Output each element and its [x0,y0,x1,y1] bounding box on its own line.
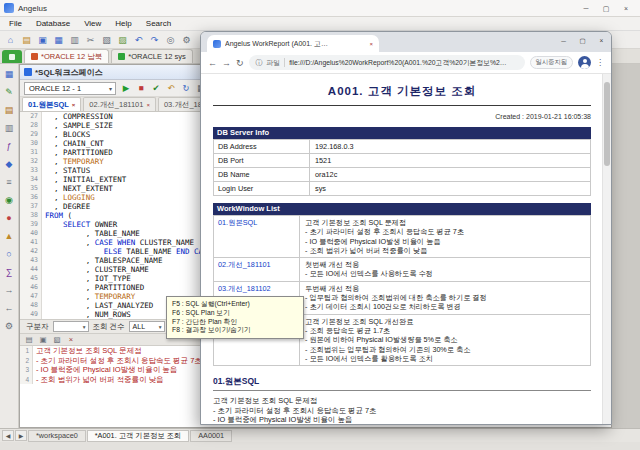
workreport-browser-window: Angelus WorkReport (A001. 고… × ─ ▢ × ← →… [200,31,612,425]
line-number: 29 [20,130,42,139]
sql-code-text: , PARTITIONED [42,283,144,292]
memo-delete-icon[interactable]: × [65,334,77,345]
save-icon[interactable]: ▣ [35,33,50,47]
rowcount-select[interactable]: ALL ▾ [129,321,165,332]
run-sql-icon[interactable]: ▶ [119,82,133,95]
stats-tool-icon[interactable]: ∑ [2,265,16,279]
copy-icon[interactable]: ▧ [99,33,114,47]
menu-item[interactable]: View [77,17,108,31]
refresh-icon[interactable]: ↻ [179,82,193,95]
sync-paused-badge[interactable]: 일시중지됨 [530,56,573,69]
line-number: 2 [20,356,33,366]
favicon [213,40,221,48]
memo-new-icon[interactable]: ▤ [23,334,35,345]
export-tool-icon[interactable]: → [2,283,16,297]
scrollbar-thumb[interactable] [604,82,610,166]
sql-code-text: SELECT OWNER [42,220,117,229]
side-toolbar: ▦✎▤▥ƒ◆≡◉●▲○∑→←⚙ [0,64,19,428]
line-number: 46 [20,283,42,292]
memo-copy-icon[interactable]: ▧ [51,334,63,345]
schema-browser-icon[interactable]: ▦ [2,67,16,81]
search-icon[interactable]: ◎ [163,33,178,47]
procedure-tool-icon[interactable]: ƒ [2,139,16,153]
line-number: 31 [20,148,42,157]
plan-tool-icon[interactable]: ◆ [2,157,16,171]
line-number: 47 [20,292,42,301]
workwindow-link[interactable]: 01.원본SQL [214,216,300,257]
memo-save-icon[interactable]: ▣ [37,334,49,345]
menu-item[interactable]: Search [139,17,178,31]
scrollbar[interactable] [602,74,611,424]
editor-tab[interactable]: 01.원본SQL × [22,97,81,111]
workwindow-description: 두번째 개선 적용 - 업무팀과 협의하여 조회범위에 대한 축소를 하기로 결… [300,282,492,314]
scroll-right-icon[interactable]: ▶ [15,430,27,441]
print-icon[interactable]: ▥ [67,33,82,47]
sql-code-text: , BLOCKS [42,130,90,139]
redo-icon[interactable]: ↷ [147,33,162,47]
editor-tab[interactable]: 02.개선_181101 × [83,97,156,111]
connection-select[interactable]: ORACLE 12 - 1 ▾ [24,82,116,95]
maximize-button[interactable]: ▢ [596,2,616,15]
workspace-tab-bar: ◀ ▶ *workspace0*A001. 고객 기본정보 조회AA0001 [0,428,640,442]
scroll-left-icon[interactable]: ◀ [2,430,14,441]
sql-code-text: , STATUS [42,166,90,175]
import-tool-icon[interactable]: ← [2,301,16,315]
tooltip-line: F8 : 결과창 보이기/숨기기 [172,326,298,335]
trace-tool-icon[interactable]: ≡ [2,175,16,189]
menu-item[interactable]: Help [108,17,138,31]
minimize-button[interactable]: ─ [554,34,573,47]
workwindow-link[interactable]: 02.개선_181101 [214,258,300,281]
close-tab-icon[interactable]: × [72,102,76,108]
scheduler-tool-icon[interactable]: ○ [2,247,16,261]
table-editor-icon[interactable]: ▤ [2,103,16,117]
sql-code-text: , NUM_ROWS [42,310,131,319]
sql-tool-icon[interactable]: ✎ [2,85,16,99]
profile-avatar[interactable] [578,56,591,69]
separator-select[interactable]: ▾ [53,321,89,332]
undo-icon[interactable]: ↶ [131,33,146,47]
close-tab-icon[interactable]: × [369,41,373,47]
menu-item[interactable]: Database [29,17,77,31]
save-all-icon[interactable]: ▦ [51,33,66,47]
close-tab-icon[interactable]: × [146,102,150,108]
maximize-button[interactable]: ▢ [573,34,592,47]
view-tool-icon[interactable]: ▥ [2,121,16,135]
back-icon[interactable]: ← [208,58,217,68]
settings-icon[interactable]: ⚙ [179,33,194,47]
commit-icon[interactable]: ✔ [149,82,163,95]
close-button[interactable]: × [616,2,636,15]
workspace-tab[interactable]: AA0001 [190,430,232,442]
workspace-tab[interactable]: *workspace0 [28,430,86,442]
page-info-icon[interactable]: ⓘ [256,58,263,68]
forward-icon[interactable]: → [222,58,231,68]
url-field[interactable]: ⓘ 파일 file:///D:/Angelus%20WorkReport%20(… [249,55,525,70]
rollback-icon[interactable]: ↶ [164,82,178,95]
browser-tab[interactable]: Angelus WorkReport (A001. 고… × [207,35,379,52]
workspace-tabs: *workspace0*A001. 고객 기본정보 조회AA0001 [28,430,232,442]
open-file-icon[interactable]: ▤ [19,33,34,47]
table-row: DB Name ora12c [214,168,590,182]
close-button[interactable]: × [592,34,611,47]
intro-tab[interactable] [2,50,22,63]
options-tool-icon[interactable]: ⚙ [2,319,16,333]
connection-tab[interactable]: *ORACLE 12 sys [111,49,193,63]
title-bar[interactable]: Angelus ─ ▢ × [0,0,640,17]
cut-icon[interactable]: ✂ [83,33,98,47]
sql-code-text: , DEGREE [42,202,90,211]
home-icon[interactable]: ⌂ [3,33,18,47]
sql-code-text: , TABLESPACE_NAME [42,256,162,265]
monitor-tool-icon[interactable]: ◉ [2,193,16,207]
minimize-button[interactable]: ─ [576,2,596,15]
paste-icon[interactable]: ▨ [115,33,130,47]
stop-icon[interactable]: ■ [134,82,148,95]
sql-code-text: ELSE TABLE_NAME END CASE [42,247,212,256]
alert-tool-icon[interactable]: ▲ [2,229,16,243]
line-number: 49 [20,310,42,319]
connection-tab[interactable]: *ORACLE 12 남북 [24,49,109,63]
browser-menu-icon[interactable]: ⋮ [596,58,604,67]
menu-item[interactable]: File [2,17,29,31]
session-tool-icon[interactable]: ● [2,211,16,225]
reload-icon[interactable]: ↻ [236,58,244,68]
workspace-tab[interactable]: *A001. 고객 기본정보 조회 [87,430,189,442]
workwindow-header: WorkWindow List [213,203,591,215]
